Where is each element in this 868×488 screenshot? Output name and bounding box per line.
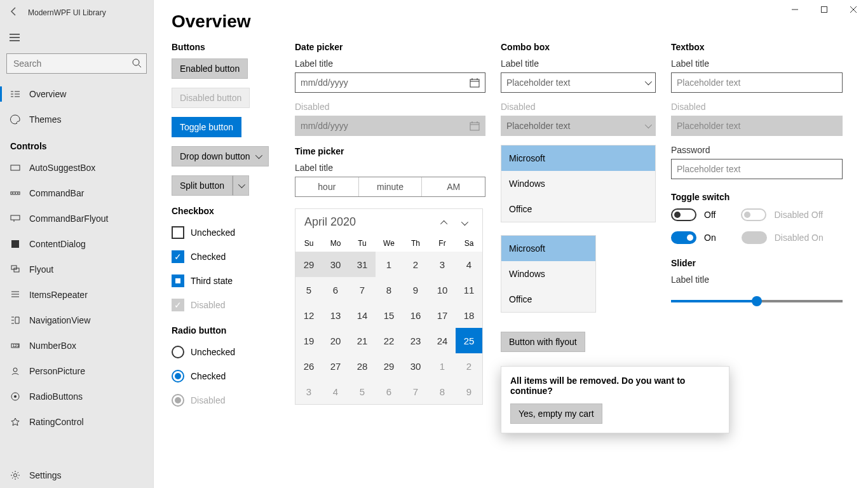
nav-contentdialog[interactable]: ContentDialog: [0, 231, 153, 257]
datepicker-input[interactable]: mm/dd/yyyy: [295, 72, 485, 93]
toggle-off[interactable]: Off: [671, 208, 715, 221]
calendar-day[interactable]: 7: [402, 379, 429, 404]
calendar-day[interactable]: 5: [349, 379, 376, 404]
list-item[interactable]: Windows: [501, 171, 655, 196]
calendar-day[interactable]: 9: [402, 277, 429, 302]
listbox-2[interactable]: MicrosoftWindowsOffice: [501, 235, 596, 313]
nav-ratingcontrol[interactable]: RatingControl: [0, 409, 153, 435]
list-item[interactable]: Windows: [501, 261, 595, 287]
nav-navigationview[interactable]: NavigationView: [0, 308, 153, 333]
calendar-day[interactable]: 17: [429, 302, 456, 328]
calendar-day[interactable]: 24: [429, 328, 456, 353]
checkbox-third-state[interactable]: Third state: [172, 271, 280, 291]
nav-settings[interactable]: Settings: [0, 463, 153, 488]
nav-commandbar[interactable]: CommandBar: [0, 180, 153, 206]
close-button[interactable]: [839, 0, 868, 19]
slider-thumb[interactable]: [752, 296, 762, 306]
calendar-prev[interactable]: [435, 217, 454, 228]
hamburger-icon[interactable]: [0, 25, 153, 50]
nav-itemsrepeater[interactable]: ItemsRepeater: [0, 282, 153, 308]
listbox-1[interactable]: MicrosoftWindowsOffice: [501, 145, 656, 222]
enabled-button[interactable]: Enabled button: [172, 58, 248, 79]
nav-icon: [10, 214, 20, 224]
checkbox-checked[interactable]: ✓Checked: [172, 247, 280, 267]
calendar-day[interactable]: 2: [402, 252, 429, 277]
calendar-month[interactable]: April 2020: [304, 215, 435, 229]
calendar-day[interactable]: 11: [456, 277, 482, 302]
calendar-day[interactable]: 29: [376, 353, 402, 379]
split-button[interactable]: Split button: [172, 175, 280, 196]
nav-flyout[interactable]: Flyout: [0, 257, 153, 282]
flyout-confirm-button[interactable]: Yes, empty my cart: [510, 403, 602, 424]
calendar-day[interactable]: 8: [429, 379, 456, 404]
calendar-day[interactable]: 1: [429, 353, 456, 379]
nav-autosuggestbox[interactable]: AutoSuggestBox: [0, 155, 153, 180]
textbox-input[interactable]: Placeholder text: [671, 72, 843, 93]
search-input[interactable]: [6, 53, 147, 74]
minimize-button[interactable]: [780, 0, 810, 19]
split-button-chevron[interactable]: [233, 175, 249, 196]
calendar-day[interactable]: 29: [295, 252, 322, 277]
calendar-day[interactable]: 28: [349, 353, 376, 379]
calendar-day[interactable]: 7: [349, 277, 376, 302]
nav-overview[interactable]: Overview: [0, 81, 153, 107]
list-item[interactable]: Microsoft: [501, 236, 595, 261]
slider[interactable]: [671, 300, 843, 302]
calendar[interactable]: April 2020 SuMoTuWeThFrSa 29303112345678…: [295, 208, 483, 405]
maximize-button[interactable]: [810, 0, 839, 19]
search-box[interactable]: [6, 53, 147, 74]
nav-personpicture[interactable]: PersonPicture: [0, 358, 153, 384]
calendar-day[interactable]: 26: [295, 353, 322, 379]
calendar-next[interactable]: [454, 217, 473, 228]
calendar-day[interactable]: 4: [322, 379, 349, 404]
nav-themes[interactable]: Themes: [0, 107, 153, 132]
calendar-day[interactable]: 20: [322, 328, 349, 353]
calendar-day[interactable]: 12: [295, 302, 322, 328]
textbox-label: Label title: [671, 58, 843, 69]
calendar-day[interactable]: 5: [295, 277, 322, 302]
calendar-day[interactable]: 27: [322, 353, 349, 379]
calendar-day[interactable]: 30: [322, 252, 349, 277]
calendar-day[interactable]: 25: [456, 328, 482, 353]
calendar-day[interactable]: 16: [402, 302, 429, 328]
calendar-day[interactable]: 23: [402, 328, 429, 353]
calendar-day[interactable]: 2: [456, 353, 482, 379]
checkbox-unchecked[interactable]: Unchecked: [172, 222, 280, 243]
calendar-day[interactable]: 8: [376, 277, 402, 302]
calendar-day[interactable]: 31: [349, 252, 376, 277]
calendar-day[interactable]: 1: [376, 252, 402, 277]
radio-unchecked[interactable]: Unchecked: [172, 342, 280, 362]
list-item[interactable]: Office: [501, 196, 655, 222]
chevron-down-icon: [255, 152, 262, 159]
calendar-day[interactable]: 19: [295, 328, 322, 353]
calendar-day[interactable]: 15: [376, 302, 402, 328]
calendar-day[interactable]: 13: [322, 302, 349, 328]
nav-commandbarflyout[interactable]: CommandBarFlyout: [0, 206, 153, 231]
nav-numberbox[interactable]: 123NumberBox: [0, 333, 153, 358]
combo-box[interactable]: Placeholder text: [501, 72, 656, 93]
timepicker[interactable]: hour minute AM: [295, 177, 485, 197]
calendar-day[interactable]: 30: [402, 353, 429, 379]
list-item[interactable]: Office: [501, 287, 595, 312]
toggle-button[interactable]: Toggle button: [172, 117, 241, 137]
flyout-button[interactable]: Button with flyout: [501, 332, 585, 352]
radio-checked[interactable]: Checked: [172, 366, 280, 386]
calendar-day[interactable]: 4: [456, 252, 482, 277]
calendar-day[interactable]: 18: [456, 302, 482, 328]
calendar-day[interactable]: 22: [376, 328, 402, 353]
calendar-day[interactable]: 3: [295, 379, 322, 404]
calendar-day[interactable]: 10: [429, 277, 456, 302]
back-icon[interactable]: [9, 6, 19, 19]
dropdown-button[interactable]: Drop down button: [172, 146, 269, 166]
toggle-on[interactable]: On: [671, 231, 716, 244]
password-input[interactable]: Placeholder text: [671, 159, 843, 179]
nav-radiobuttons[interactable]: RadioButtons: [0, 384, 153, 409]
calendar-day[interactable]: 3: [429, 252, 456, 277]
calendar-day[interactable]: 6: [376, 379, 402, 404]
list-item[interactable]: Microsoft: [501, 146, 655, 171]
nav-icon: [10, 391, 20, 402]
calendar-day[interactable]: 9: [456, 379, 482, 404]
calendar-day[interactable]: 6: [322, 277, 349, 302]
calendar-day[interactable]: 14: [349, 302, 376, 328]
calendar-day[interactable]: 21: [349, 328, 376, 353]
